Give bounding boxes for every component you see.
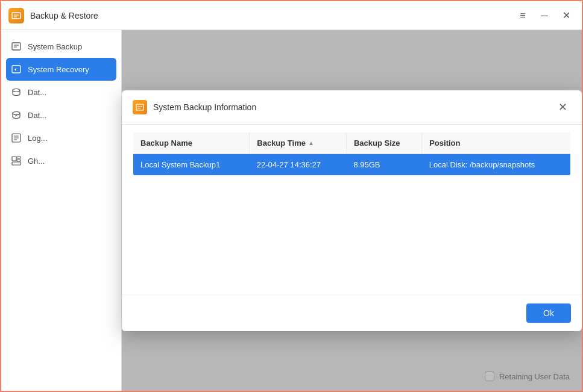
svg-rect-16 (12, 162, 20, 165)
sidebar-item-logs[interactable]: Log... (1, 126, 121, 149)
col-backup-name: Backup Name (133, 132, 250, 154)
sidebar-item-system-backup[interactable]: System Backup (1, 35, 121, 58)
table-container: Backup Name Backup Time ▲ (122, 125, 582, 294)
modal-footer: Ok (122, 294, 582, 331)
col-position: Position (422, 132, 571, 154)
svg-point-8 (13, 112, 20, 115)
ok-button[interactable]: Ok (526, 303, 571, 323)
sidebar-label-system-recovery: System Recovery (28, 65, 89, 74)
logs-icon (11, 132, 22, 143)
sidebar: System Backup System Recovery (1, 30, 122, 391)
sidebar-item-data-backup[interactable]: Dat... (1, 81, 121, 104)
sidebar-item-ghost[interactable]: Gh... (1, 149, 121, 172)
sidebar-label-ghost: Gh... (28, 157, 45, 166)
sidebar-label-logs: Log... (28, 134, 48, 143)
svg-rect-3 (12, 43, 20, 50)
data-recovery-icon (11, 110, 22, 120)
app-title: Backup & Restore (30, 11, 514, 20)
svg-rect-15 (17, 160, 20, 161)
main-content: System Backup System Recovery (1, 30, 582, 391)
app-icon (8, 8, 24, 23)
svg-rect-17 (136, 104, 143, 110)
col-backup-time[interactable]: Backup Time ▲ (250, 132, 347, 154)
sidebar-label-system-backup: System Backup (28, 42, 82, 51)
app-window: Backup & Restore ≡ ─ ✕ System Backup (0, 0, 583, 392)
backup-table: Backup Name Backup Time ▲ (133, 132, 571, 176)
window-controls: ≡ ─ ✕ (514, 7, 575, 24)
svg-rect-0 (12, 13, 20, 19)
table-row[interactable]: Local System Backup1 22-04-27 14:36:27 8… (133, 154, 571, 175)
sidebar-label-data-backup: Dat... (28, 88, 46, 97)
modal-dialog: System Backup Information ✕ Backup Name (122, 90, 582, 331)
sidebar-item-data-recovery[interactable]: Dat... (1, 104, 121, 126)
system-recovery-icon (11, 64, 22, 75)
svg-rect-13 (12, 157, 16, 161)
modal-title: System Backup Information (153, 102, 548, 112)
table-header-row: Backup Name Backup Time ▲ (133, 132, 571, 154)
sidebar-label-data-recovery: Dat... (28, 111, 46, 120)
sidebar-item-system-recovery[interactable]: System Recovery (6, 58, 116, 81)
title-bar: Backup & Restore ≡ ─ ✕ (1, 1, 582, 30)
system-backup-icon (11, 41, 22, 52)
cell-backup-name: Local System Backup1 (133, 154, 250, 175)
data-backup-icon (11, 87, 22, 98)
modal-header-icon (133, 100, 147, 114)
menu-button[interactable]: ≡ (514, 7, 531, 24)
cell-backup-size: 8.95GB (346, 154, 421, 175)
svg-rect-14 (17, 157, 20, 158)
minimize-button[interactable]: ─ (536, 7, 553, 24)
content-area: System Backup Information ✕ Backup Name (122, 30, 582, 391)
col-backup-size: Backup Size (346, 132, 421, 154)
close-button[interactable]: ✕ (558, 7, 575, 24)
cell-position: Local Disk: /backup/snapshots (422, 154, 571, 175)
modal-header: System Backup Information ✕ (122, 90, 582, 125)
ghost-icon (11, 155, 22, 166)
svg-point-7 (13, 89, 20, 92)
modal-overlay: System Backup Information ✕ Backup Name (122, 30, 582, 391)
cell-backup-time: 22-04-27 14:36:27 (250, 154, 347, 175)
sort-icon: ▲ (308, 140, 314, 146)
modal-close-button[interactable]: ✕ (554, 99, 571, 116)
